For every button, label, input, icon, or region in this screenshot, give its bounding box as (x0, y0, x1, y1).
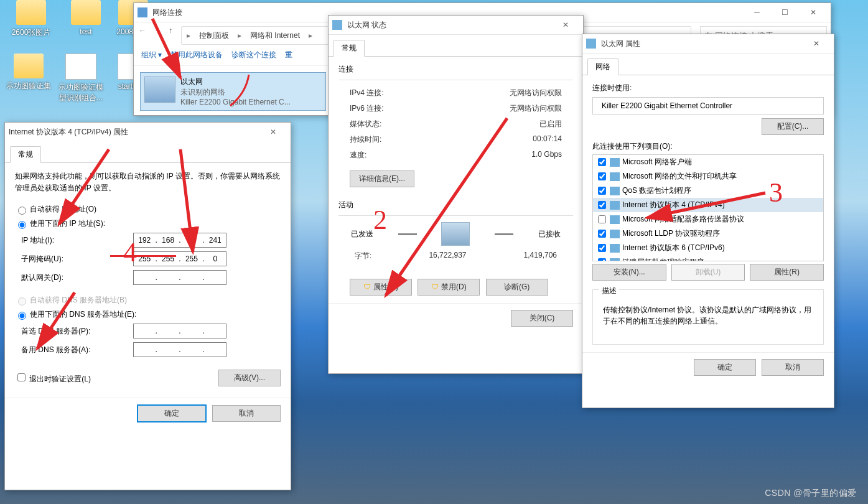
mask-input[interactable]: 255.255.255.0 (133, 251, 226, 266)
close-button[interactable]: ✕ (799, 6, 827, 19)
cancel-button[interactable]: 取消 (212, 405, 281, 422)
value-duration: 00:07:14 (533, 134, 562, 145)
toolbar-diagnose[interactable]: 诊断这个连接 (231, 50, 276, 60)
radio-auto-dns (18, 297, 26, 306)
toolbar-organize[interactable]: 组织 ▾ (141, 50, 162, 60)
adapter-status: 未识别的网络 (180, 87, 291, 98)
protocols-list[interactable]: Microsoft 网络客户端Microsoft 网络的文件和打印机共享QoS … (592, 154, 824, 261)
label-ipv4: IPv4 连接: (350, 88, 384, 98)
nav-back-button[interactable]: ← (134, 22, 151, 45)
value-bytes-recv: 1,419,706 (524, 251, 557, 261)
label-use-ip: 使用下面的 IP 地址(S): (30, 218, 105, 229)
disable-button[interactable]: 🛡禁用(D) (418, 279, 480, 296)
value-speed: 1.0 Gbps (531, 150, 562, 161)
close-button[interactable]: ✕ (259, 125, 287, 139)
protocol-item[interactable]: Microsoft 网络的文件和打印机共享 (593, 169, 823, 184)
protocol-item[interactable]: Microsoft 网络适配器多路传送器协议 (593, 212, 823, 226)
value-ipv6: 无网络访问权限 (510, 103, 562, 114)
adapter-name: Killer E2200 Gigabit Ethernet Controller (602, 101, 732, 110)
window-title: Internet 协议版本 4 (TCP/IPv4) 属性 (9, 127, 259, 138)
cancel-button[interactable]: 取消 (762, 359, 824, 376)
nav-up-button[interactable]: ↑ (164, 22, 177, 45)
label-bytes: 字节: (355, 251, 371, 261)
tab-network[interactable]: 网络 (587, 58, 618, 75)
nav-forward-button[interactable]: → (151, 22, 164, 45)
gateway-input[interactable]: ... (133, 270, 226, 285)
configure-button[interactable]: 配置(C)... (762, 118, 824, 135)
toolbar-rename[interactable]: 重 (285, 50, 292, 60)
protocol-item[interactable]: QoS 数据包计划程序 (593, 184, 823, 198)
maximize-button[interactable]: ☐ (771, 6, 799, 19)
label-ipv6: IPv6 连接: (350, 103, 384, 114)
radio-use-ip[interactable] (18, 221, 26, 229)
label-gateway: 默认网关(D): (15, 273, 133, 283)
label-duration: 持续时间: (350, 134, 381, 145)
ok-button[interactable]: 确定 (694, 359, 756, 376)
dns2-input[interactable]: ... (133, 342, 226, 357)
minimize-button[interactable]: ─ (743, 6, 771, 19)
tab-general[interactable]: 常规 (334, 40, 365, 57)
label-items: 此连接使用下列项目(O): (592, 141, 824, 152)
label-media: 媒体状态: (350, 119, 381, 129)
protocol-item[interactable]: Internet 协议版本 6 (TCP/IPv6) (593, 241, 823, 255)
ethernet-icon (144, 77, 175, 103)
label-speed: 速度: (350, 150, 366, 161)
protocol-item[interactable]: Microsoft LLDP 协议驱动程序 (593, 226, 823, 241)
label-use-dns: 使用下面的 DNS 服务器地址(E): (30, 309, 136, 320)
label-mask: 子网掩码(U): (15, 254, 133, 264)
label-dns2: 备用 DNS 服务器(A): (15, 345, 133, 355)
label-ip: IP 地址(I): (15, 235, 133, 246)
window-title: 以太网 状态 (347, 20, 551, 30)
window-ethernet-status: 以太网 状态 ✕ 常规 连接 IPv4 连接:无网络访问权限 IPv6 连接:无… (328, 15, 584, 374)
watermark: CSDN @骨子里的偏爱 (765, 488, 857, 499)
network-icon (138, 7, 147, 17)
ip-input[interactable]: 192.168.0.241 (133, 233, 226, 248)
window-ipv4-properties: Internet 协议版本 4 (TCP/IPv4) 属性 ✕ 常规 如果网络支… (4, 122, 291, 490)
ethernet-adapter-card[interactable]: 以太网 未识别的网络 Killer E2200 Gigabit Ethernet… (140, 72, 326, 111)
diagnose-button[interactable]: 诊断(G) (486, 279, 548, 296)
label-uses: 连接时使用: (592, 83, 824, 93)
label-sent: 已发送 (351, 229, 373, 240)
protocol-item[interactable]: 链路层拓扑发现响应程序 (593, 255, 823, 261)
section-activity: 活动 (338, 200, 573, 210)
install-button[interactable]: 安装(N)... (592, 264, 666, 281)
validate-checkbox[interactable]: 退出时验证设置(L) (15, 371, 91, 385)
desktop-icon[interactable]: 示功图验证模 型识别组合... (57, 54, 105, 103)
close-dialog-button[interactable]: 关闭(C) (511, 310, 573, 327)
uninstall-button[interactable]: 卸载(U) (671, 264, 745, 281)
window-title: 以太网 属性 (601, 39, 802, 49)
properties-button[interactable]: 🛡属性(P) (350, 279, 412, 296)
ethernet-icon (586, 39, 596, 49)
radio-auto-ip[interactable] (18, 207, 26, 215)
advanced-button[interactable]: 高级(V)... (218, 370, 281, 386)
adapter-desc: Killer E2200 Gigabit Ethernet C... (180, 98, 291, 106)
label-description: 描述 (599, 286, 619, 296)
label-dns1: 首选 DNS 服务器(P): (15, 326, 133, 337)
tab-general[interactable]: 常规 (10, 146, 41, 163)
intro-text: 如果网络支持此功能，则可以获取自动指派的 IP 设置。否则，你需要从网络系统管理… (15, 170, 281, 194)
dns1-input[interactable]: ... (133, 324, 226, 338)
value-ipv4: 无网络访问权限 (510, 88, 562, 98)
close-button[interactable]: ✕ (551, 18, 579, 32)
properties-button[interactable]: 属性(R) (750, 264, 824, 281)
value-bytes-sent: 16,722,937 (371, 251, 523, 261)
label-recv: 已接收 (538, 229, 561, 240)
details-button[interactable]: 详细信息(E)... (350, 170, 414, 187)
ethernet-icon (332, 20, 342, 30)
desktop-icon[interactable]: 示功图验证集 (5, 54, 52, 91)
ok-button[interactable]: 确定 (137, 404, 207, 422)
desktop-icon[interactable]: 2600张图片 (7, 0, 55, 38)
protocol-item[interactable]: Microsoft 网络客户端 (593, 155, 823, 169)
radio-use-dns[interactable] (18, 312, 26, 320)
label-auto-ip: 自动获得 IP 地址(O) (30, 204, 96, 215)
adapter-name: 以太网 (180, 77, 291, 87)
description-text: 传输控制协议/Internet 协议。该协议是默认的广域网络协议，用于在不同的相… (598, 299, 818, 339)
protocol-item[interactable]: Internet 协议版本 4 (TCP/IPv4) (593, 198, 823, 212)
value-media: 已启用 (539, 119, 562, 129)
label-auto-dns: 自动获得 DNS 服务器地址(B) (30, 295, 127, 306)
toolbar-disable[interactable]: 禁用此网络设备 (170, 50, 223, 60)
desktop-icon[interactable]: test (62, 0, 110, 36)
close-button[interactable]: ✕ (802, 37, 830, 50)
activity-icon (441, 222, 470, 246)
window-ethernet-properties: 以太网 属性 ✕ 网络 连接时使用: Killer E2200 Gigabit … (582, 34, 834, 408)
